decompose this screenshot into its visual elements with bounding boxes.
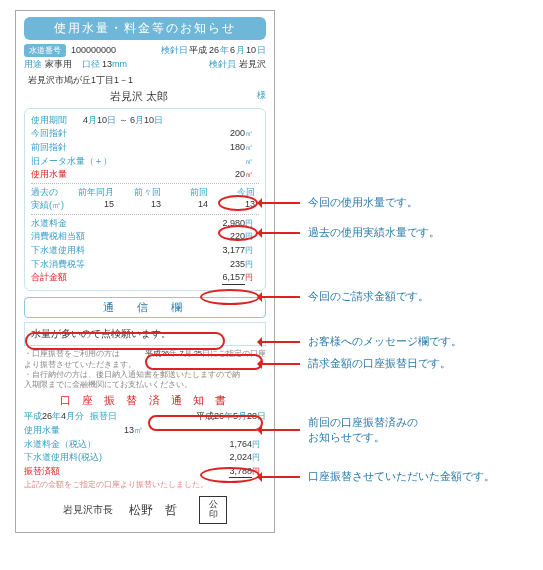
tr-yu2: 年 (224, 410, 233, 423)
kensinin-label: 検針員 (209, 58, 236, 71)
tr-unit: ㎥ (134, 424, 143, 437)
sama: 様 (257, 89, 266, 102)
sign-row: 岩見沢市長 松野 哲 公印 (24, 496, 266, 524)
unit-m3-3: ㎥ (245, 156, 259, 167)
tr-era2: 平成 (196, 410, 214, 423)
transfer-footer: 上記の金額をご指定の口座より振替いたしました。 (24, 480, 266, 490)
message-box: 水量が多いので点検願います。 (24, 322, 266, 346)
furikaebi-label: 振替日 (90, 410, 117, 423)
note1a: ・口座振替をご利用の方は (24, 349, 120, 360)
kyu-label: 旧メータ水量（＋） (31, 155, 141, 168)
anno-5: 請求金額の口座振替日です。 (260, 356, 451, 371)
jisseki-label: 実績(㎥) (31, 199, 71, 212)
suidou-bangou-label: 水道番号 (24, 44, 66, 57)
tr-yen-2: 円 (252, 452, 266, 463)
tr-y1: 26 (42, 410, 52, 423)
to-d: 10 (144, 114, 154, 127)
arrow-icon (260, 296, 300, 298)
col-0: 前年同月 (71, 186, 118, 199)
anno-1: 今回の使用水量です。 (260, 195, 418, 210)
yen-4: 円 (245, 259, 259, 270)
month-unit: 月 (236, 44, 245, 57)
anno-3-text: 今回のご請求金額です。 (308, 289, 429, 304)
anno-1-text: 今回の使用水量です。 (308, 195, 418, 210)
transfer-title: 口 座 振 替 済 通 知 書 (24, 393, 266, 408)
to-du: 日 (154, 114, 163, 127)
address: 岩見沢市鳩が丘1丁目1－1 (28, 74, 266, 87)
from-mu: 月 (88, 114, 97, 127)
from-du: 日 (107, 114, 116, 127)
anno-4: お客様へのメッセージ欄です。 (260, 334, 462, 349)
anno-5-text: 請求金額の口座振替日です。 (308, 356, 451, 371)
tr-d2: 28 (247, 410, 257, 423)
tr-y2: 26 (214, 410, 224, 423)
comm-band: 通 信 欄 (24, 297, 266, 318)
koukei: 13 (102, 58, 112, 71)
note2b: 入期限までに金融機関にてお支払いください。 (24, 380, 266, 390)
anno-6: 前回の口座振替済みのお知らせです。 (260, 415, 418, 445)
koukei-unit: mm (112, 58, 127, 71)
konkai: 200 (230, 127, 245, 140)
debit-yu: 年 (169, 349, 177, 360)
customer-name: 岩見沢 太郎 (110, 90, 168, 102)
gesui-val: 3,177 (222, 244, 245, 257)
arrow-icon (260, 476, 300, 478)
debit-era: 平成 (145, 349, 161, 360)
from-d: 10 (97, 114, 107, 127)
tr-yu1: 年 (52, 410, 61, 423)
gesui-label: 下水道使用料 (31, 244, 121, 257)
unit-m3-4: ㎥ (245, 169, 259, 180)
header-row-2: 用途 家事用 口径 13 mm 検針員 岩見沢 (24, 58, 266, 71)
period-sep: ～ (119, 114, 128, 127)
zenkai-label: 前回指針 (31, 141, 121, 154)
anno-2: 過去の使用実績水量です。 (260, 225, 440, 240)
history-table: 過去の 前年同月 前々回 前回 今回 実績(㎥) 15 13 14 13 (31, 186, 259, 212)
arrow-icon (260, 363, 300, 365)
anno-7: 口座振替させていただいた金額です。 (260, 469, 495, 484)
bill-title: 使用水量・料金等のお知らせ (24, 17, 266, 40)
day-unit: 日 (257, 44, 266, 57)
kensin-era: 平成 (189, 44, 207, 57)
youto-label: 用途 (24, 58, 42, 71)
arrow-icon (260, 429, 300, 431)
total-val: 6,157 (222, 271, 245, 285)
history-header: 過去の (31, 186, 71, 199)
tr-total: 3,788 (229, 465, 252, 479)
tr-mu2: 月 (238, 410, 247, 423)
shiyou-val: 20 (235, 168, 245, 181)
tr-total-label: 振替済額 (24, 465, 124, 478)
unit-m3-2: ㎥ (245, 142, 259, 153)
shou-label: 消費税相当額 (31, 230, 121, 243)
usage-box: 使用期間 4 月 10 日 ～ 6 月 10 日 今回指針200㎥ 前回指針18… (24, 108, 266, 291)
arrow-icon (260, 202, 300, 204)
header-row-1: 水道番号 100000000 検針日 平成 26 年 6 月 10 日 (24, 44, 266, 57)
sui-val: 2,980 (222, 217, 245, 230)
bill-card: 使用水量・料金等のお知らせ 水道番号 100000000 検針日 平成 26 年… (15, 10, 275, 533)
tr-era1: 平成 (24, 410, 42, 423)
note1c: より振替させていただきます。 (24, 360, 266, 370)
hist-2: 14 (165, 199, 212, 212)
note2: ・自行納付の方は、後日納入通知書を郵送いたしますので納 (24, 370, 266, 380)
year-unit: 年 (220, 44, 229, 57)
anno-2-text: 過去の使用実績水量です。 (308, 225, 440, 240)
konkai-label: 今回指針 (31, 127, 121, 140)
tr-bun: 月分 (66, 410, 84, 423)
period-label: 使用期間 (31, 114, 67, 127)
hist-1: 13 (118, 199, 165, 212)
hist-0: 15 (71, 199, 118, 212)
kensinbi-label: 検針日 (161, 44, 188, 57)
kensin-year: 26 (209, 44, 219, 57)
debit-y: 26 (161, 349, 169, 360)
youto: 家事用 (45, 58, 72, 71)
tr-shiyou-label: 使用水量 (24, 424, 124, 437)
shou-val: 220 (230, 230, 245, 243)
tr-gesui: 2,024 (229, 451, 252, 464)
col-1: 前々回 (118, 186, 165, 199)
tr-sui-label: 水道料金（税込） (24, 438, 124, 451)
koukei-label: 口径 (82, 58, 100, 71)
yen-5: 円 (245, 272, 259, 283)
anno-3: 今回のご請求金額です。 (260, 289, 429, 304)
mayor-name: 松野 哲 (129, 502, 177, 519)
shiyou-label: 使用水量 (31, 168, 121, 181)
sui-label: 水道料金 (31, 217, 121, 230)
